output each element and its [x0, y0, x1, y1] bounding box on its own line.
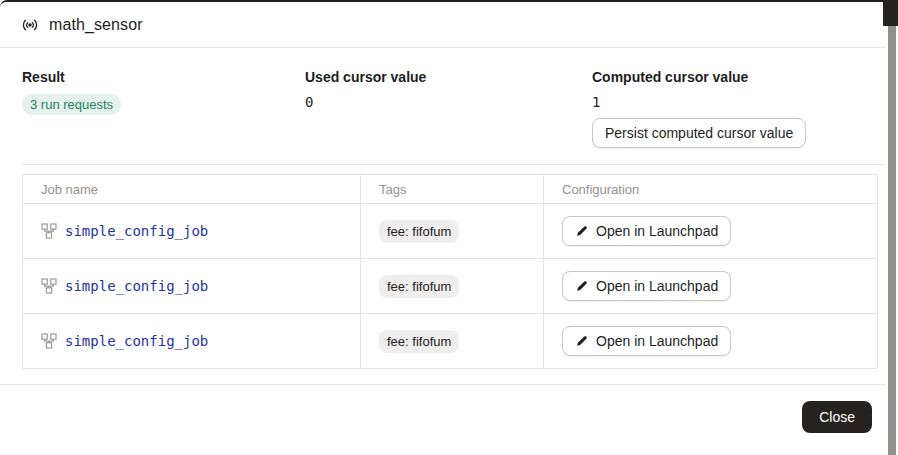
open-in-launchpad-label: Open in Launchpad	[596, 277, 718, 295]
summary-table-divider	[22, 164, 886, 165]
job-name-link[interactable]: simple_config_job	[65, 278, 208, 294]
run-requests-badge: 3 run requests	[22, 94, 121, 115]
evaluation-summary: Result 3 run requests Used cursor value …	[0, 48, 886, 164]
open-in-launchpad-button[interactable]: Open in Launchpad	[562, 326, 731, 356]
table-row: simple_config_job fee: fifofum Open in L…	[23, 314, 878, 369]
open-in-launchpad-label: Open in Launchpad	[596, 332, 718, 350]
sensor-evaluation-dialog: math_sensor Result 3 run requests Used c…	[0, 0, 886, 455]
persist-cursor-button[interactable]: Persist computed cursor value	[592, 118, 806, 148]
table-header-row: Job name Tags Configuration	[23, 175, 878, 204]
pencil-icon	[575, 280, 588, 293]
sensor-broadcast-icon	[22, 17, 38, 33]
pencil-icon	[575, 225, 588, 238]
open-in-launchpad-button[interactable]: Open in Launchpad	[562, 271, 731, 301]
tag-pill: fee: fifofum	[379, 275, 459, 298]
job-name-link[interactable]: simple_config_job	[65, 223, 208, 239]
job-name-link[interactable]: simple_config_job	[65, 333, 208, 349]
table-row: simple_config_job fee: fifofum Open in L…	[23, 259, 878, 314]
backdrop-dark-corner	[883, 0, 898, 26]
column-header-job-name: Job name	[23, 175, 361, 204]
result-label: Result	[22, 69, 305, 85]
used-cursor-value: 0	[305, 94, 592, 110]
page-scrollbar[interactable]	[888, 26, 896, 455]
tag-pill: fee: fifofum	[379, 220, 459, 243]
job-graph-icon	[41, 278, 57, 294]
table-row: simple_config_job fee: fifofum Open in L…	[23, 204, 878, 259]
used-cursor-label: Used cursor value	[305, 69, 592, 85]
computed-cursor-column: Computed cursor value 1 Persist computed…	[592, 48, 886, 164]
run-requests-table: Job name Tags Configuration simple_confi…	[22, 174, 878, 369]
open-in-launchpad-button[interactable]: Open in Launchpad	[562, 216, 731, 246]
persist-cursor-button-label: Persist computed cursor value	[605, 124, 793, 142]
pencil-icon	[575, 335, 588, 348]
column-header-tags: Tags	[361, 175, 544, 204]
open-in-launchpad-label: Open in Launchpad	[596, 222, 718, 240]
dialog-title: math_sensor	[49, 16, 143, 34]
close-button[interactable]: Close	[802, 401, 872, 433]
job-graph-icon	[41, 333, 57, 349]
dialog-header: math_sensor	[0, 2, 886, 48]
dialog-footer: Close	[0, 385, 886, 433]
tag-pill: fee: fifofum	[379, 330, 459, 353]
job-graph-icon	[41, 223, 57, 239]
result-column: Result 3 run requests	[22, 48, 305, 164]
computed-cursor-value: 1	[592, 94, 886, 110]
computed-cursor-label: Computed cursor value	[592, 69, 886, 85]
used-cursor-column: Used cursor value 0	[305, 48, 592, 164]
column-header-configuration: Configuration	[544, 175, 878, 204]
